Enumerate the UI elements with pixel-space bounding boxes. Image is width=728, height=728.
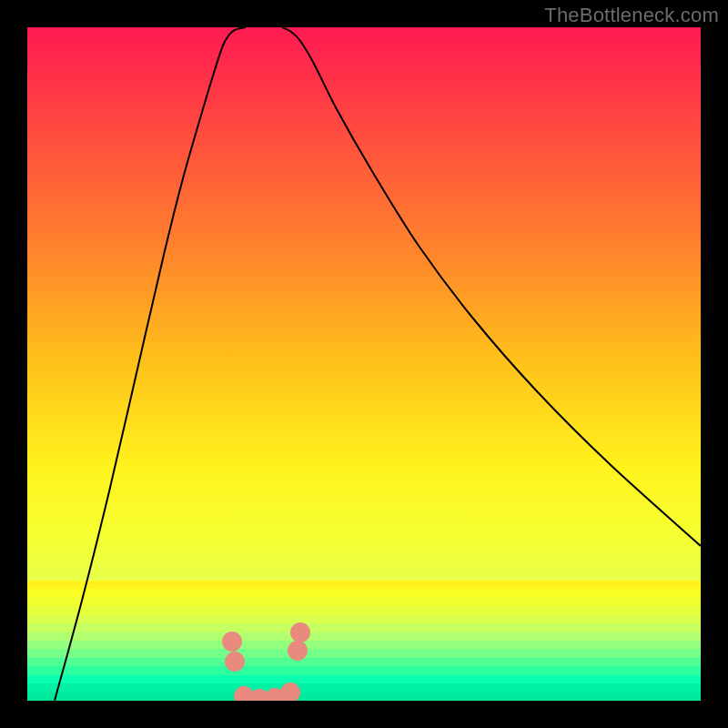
- blob-l2: [225, 652, 245, 672]
- watermark-text: TheBottleneck.com: [544, 4, 719, 27]
- curve-left: [55, 27, 246, 701]
- blob-b4: [280, 682, 300, 701]
- plot-area: [27, 27, 701, 701]
- blob-r2: [290, 622, 310, 642]
- curve-right: [282, 27, 701, 546]
- blob-r1: [288, 641, 308, 661]
- curve-overlay: [27, 27, 701, 701]
- valley-markers: [222, 622, 310, 701]
- blob-l1: [222, 632, 242, 652]
